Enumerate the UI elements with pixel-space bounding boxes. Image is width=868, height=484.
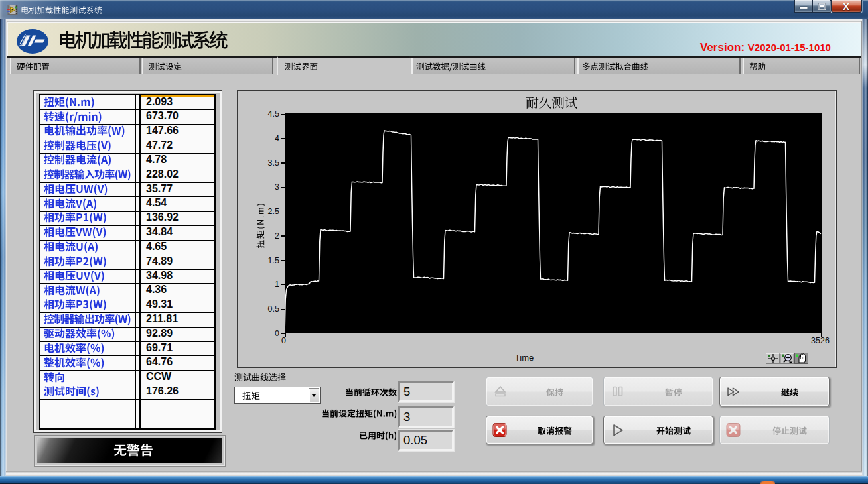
svg-text:X: X <box>843 1 849 12</box>
